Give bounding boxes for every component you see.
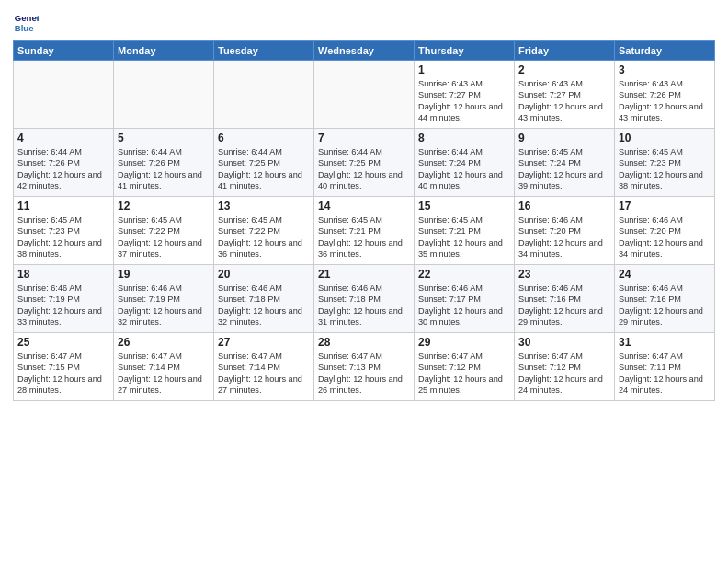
calendar-cell: 1Sunrise: 6:43 AM Sunset: 7:27 PM Daylig…: [415, 61, 515, 129]
day-number: 9: [518, 132, 610, 144]
cell-content: Sunrise: 6:47 AM Sunset: 7:12 PM Dayligh…: [518, 350, 610, 396]
page-container: General Blue SundayMondayTuesdayWednesda…: [0, 0, 728, 408]
day-number: 10: [619, 132, 711, 144]
day-number: 18: [17, 268, 109, 281]
calendar-cell: 7Sunrise: 6:44 AM Sunset: 7:25 PM Daylig…: [314, 129, 415, 197]
cell-content: Sunrise: 6:45 AM Sunset: 7:21 PM Dayligh…: [318, 214, 410, 260]
day-number: 30: [518, 336, 610, 349]
calendar-cell: 29Sunrise: 6:47 AM Sunset: 7:12 PM Dayli…: [415, 333, 515, 401]
svg-text:General: General: [15, 13, 39, 23]
day-header-monday: Monday: [114, 41, 214, 61]
day-number: 3: [619, 63, 711, 76]
day-number: 12: [118, 200, 210, 213]
day-header-tuesday: Tuesday: [214, 41, 314, 61]
day-number: 20: [218, 268, 310, 281]
cell-content: Sunrise: 6:46 AM Sunset: 7:17 PM Dayligh…: [418, 282, 510, 328]
calendar-body: 1Sunrise: 6:43 AM Sunset: 7:27 PM Daylig…: [14, 61, 715, 401]
calendar-cell: 19Sunrise: 6:46 AM Sunset: 7:19 PM Dayli…: [114, 265, 214, 333]
day-number: 29: [418, 336, 510, 349]
calendar-cell: [314, 61, 415, 129]
day-number: 11: [17, 200, 109, 213]
calendar-cell: 16Sunrise: 6:46 AM Sunset: 7:20 PM Dayli…: [515, 197, 615, 265]
cell-content: Sunrise: 6:43 AM Sunset: 7:26 PM Dayligh…: [619, 78, 711, 124]
calendar-cell: 4Sunrise: 6:44 AM Sunset: 7:26 PM Daylig…: [14, 129, 114, 197]
cell-content: Sunrise: 6:45 AM Sunset: 7:22 PM Dayligh…: [118, 214, 210, 260]
cell-content: Sunrise: 6:46 AM Sunset: 7:20 PM Dayligh…: [619, 214, 711, 260]
header: General Blue: [13, 9, 715, 35]
calendar-cell: 24Sunrise: 6:46 AM Sunset: 7:16 PM Dayli…: [615, 265, 715, 333]
cell-content: Sunrise: 6:47 AM Sunset: 7:15 PM Dayligh…: [17, 350, 109, 396]
week-row-2: 4Sunrise: 6:44 AM Sunset: 7:26 PM Daylig…: [14, 129, 715, 197]
logo: General Blue: [13, 9, 40, 35]
cell-content: Sunrise: 6:47 AM Sunset: 7:14 PM Dayligh…: [218, 350, 310, 396]
cell-content: Sunrise: 6:45 AM Sunset: 7:23 PM Dayligh…: [17, 214, 109, 260]
day-number: 1: [418, 63, 510, 76]
calendar-cell: 6Sunrise: 6:44 AM Sunset: 7:25 PM Daylig…: [214, 129, 314, 197]
day-number: 17: [619, 200, 711, 213]
cell-content: Sunrise: 6:46 AM Sunset: 7:19 PM Dayligh…: [17, 282, 109, 328]
calendar-cell: 22Sunrise: 6:46 AM Sunset: 7:17 PM Dayli…: [415, 265, 515, 333]
week-row-4: 18Sunrise: 6:46 AM Sunset: 7:19 PM Dayli…: [14, 265, 715, 333]
cell-content: Sunrise: 6:46 AM Sunset: 7:19 PM Dayligh…: [118, 282, 210, 328]
day-number: 14: [318, 200, 410, 213]
day-number: 26: [118, 336, 210, 349]
cell-content: Sunrise: 6:45 AM Sunset: 7:23 PM Dayligh…: [619, 146, 711, 192]
calendar-cell: 12Sunrise: 6:45 AM Sunset: 7:22 PM Dayli…: [114, 197, 214, 265]
day-header-sunday: Sunday: [14, 41, 114, 61]
day-number: 28: [318, 336, 410, 349]
week-row-1: 1Sunrise: 6:43 AM Sunset: 7:27 PM Daylig…: [14, 61, 715, 129]
cell-content: Sunrise: 6:44 AM Sunset: 7:26 PM Dayligh…: [17, 146, 109, 192]
day-header-friday: Friday: [515, 41, 615, 61]
days-row: SundayMondayTuesdayWednesdayThursdayFrid…: [14, 41, 715, 61]
calendar-cell: 30Sunrise: 6:47 AM Sunset: 7:12 PM Dayli…: [515, 333, 615, 401]
calendar-cell: 27Sunrise: 6:47 AM Sunset: 7:14 PM Dayli…: [214, 333, 314, 401]
cell-content: Sunrise: 6:46 AM Sunset: 7:18 PM Dayligh…: [218, 282, 310, 328]
cell-content: Sunrise: 6:45 AM Sunset: 7:21 PM Dayligh…: [418, 214, 510, 260]
calendar-cell: [114, 61, 214, 129]
day-header-thursday: Thursday: [415, 41, 515, 61]
calendar-cell: 18Sunrise: 6:46 AM Sunset: 7:19 PM Dayli…: [14, 265, 114, 333]
calendar-cell: 5Sunrise: 6:44 AM Sunset: 7:26 PM Daylig…: [114, 129, 214, 197]
day-number: 25: [17, 336, 109, 349]
calendar-cell: [214, 61, 314, 129]
cell-content: Sunrise: 6:47 AM Sunset: 7:13 PM Dayligh…: [318, 350, 410, 396]
day-number: 8: [418, 132, 510, 144]
day-number: 23: [518, 268, 610, 281]
calendar-cell: 2Sunrise: 6:43 AM Sunset: 7:27 PM Daylig…: [515, 61, 615, 129]
cell-content: Sunrise: 6:47 AM Sunset: 7:11 PM Dayligh…: [619, 350, 711, 396]
cell-content: Sunrise: 6:44 AM Sunset: 7:25 PM Dayligh…: [218, 146, 310, 192]
day-header-saturday: Saturday: [615, 41, 715, 61]
calendar-cell: 10Sunrise: 6:45 AM Sunset: 7:23 PM Dayli…: [615, 129, 715, 197]
calendar-cell: 8Sunrise: 6:44 AM Sunset: 7:24 PM Daylig…: [415, 129, 515, 197]
cell-content: Sunrise: 6:46 AM Sunset: 7:16 PM Dayligh…: [619, 282, 711, 328]
day-number: 2: [518, 63, 610, 76]
calendar-cell: 3Sunrise: 6:43 AM Sunset: 7:26 PM Daylig…: [615, 61, 715, 129]
calendar-cell: 11Sunrise: 6:45 AM Sunset: 7:23 PM Dayli…: [14, 197, 114, 265]
cell-content: Sunrise: 6:47 AM Sunset: 7:12 PM Dayligh…: [418, 350, 510, 396]
calendar-cell: 15Sunrise: 6:45 AM Sunset: 7:21 PM Dayli…: [415, 197, 515, 265]
day-number: 4: [17, 132, 109, 144]
svg-text:Blue: Blue: [15, 23, 34, 33]
calendar-cell: 25Sunrise: 6:47 AM Sunset: 7:15 PM Dayli…: [14, 333, 114, 401]
calendar-cell: 17Sunrise: 6:46 AM Sunset: 7:20 PM Dayli…: [615, 197, 715, 265]
day-number: 27: [218, 336, 310, 349]
calendar-table: SundayMondayTuesdayWednesdayThursdayFrid…: [13, 40, 715, 401]
calendar-cell: 28Sunrise: 6:47 AM Sunset: 7:13 PM Dayli…: [314, 333, 415, 401]
day-number: 24: [619, 268, 711, 281]
cell-content: Sunrise: 6:44 AM Sunset: 7:25 PM Dayligh…: [318, 146, 410, 192]
day-number: 13: [218, 200, 310, 213]
calendar-cell: 31Sunrise: 6:47 AM Sunset: 7:11 PM Dayli…: [615, 333, 715, 401]
calendar-cell: 23Sunrise: 6:46 AM Sunset: 7:16 PM Dayli…: [515, 265, 615, 333]
logo-icon: General Blue: [13, 9, 39, 35]
cell-content: Sunrise: 6:46 AM Sunset: 7:20 PM Dayligh…: [518, 214, 610, 260]
cell-content: Sunrise: 6:43 AM Sunset: 7:27 PM Dayligh…: [418, 78, 510, 124]
cell-content: Sunrise: 6:46 AM Sunset: 7:16 PM Dayligh…: [518, 282, 610, 328]
calendar-cell: 21Sunrise: 6:46 AM Sunset: 7:18 PM Dayli…: [314, 265, 415, 333]
day-number: 6: [218, 132, 310, 144]
calendar-cell: 13Sunrise: 6:45 AM Sunset: 7:22 PM Dayli…: [214, 197, 314, 265]
calendar-cell: [14, 61, 114, 129]
cell-content: Sunrise: 6:45 AM Sunset: 7:24 PM Dayligh…: [518, 146, 610, 192]
day-number: 19: [118, 268, 210, 281]
cell-content: Sunrise: 6:47 AM Sunset: 7:14 PM Dayligh…: [118, 350, 210, 396]
calendar-cell: 20Sunrise: 6:46 AM Sunset: 7:18 PM Dayli…: [214, 265, 314, 333]
